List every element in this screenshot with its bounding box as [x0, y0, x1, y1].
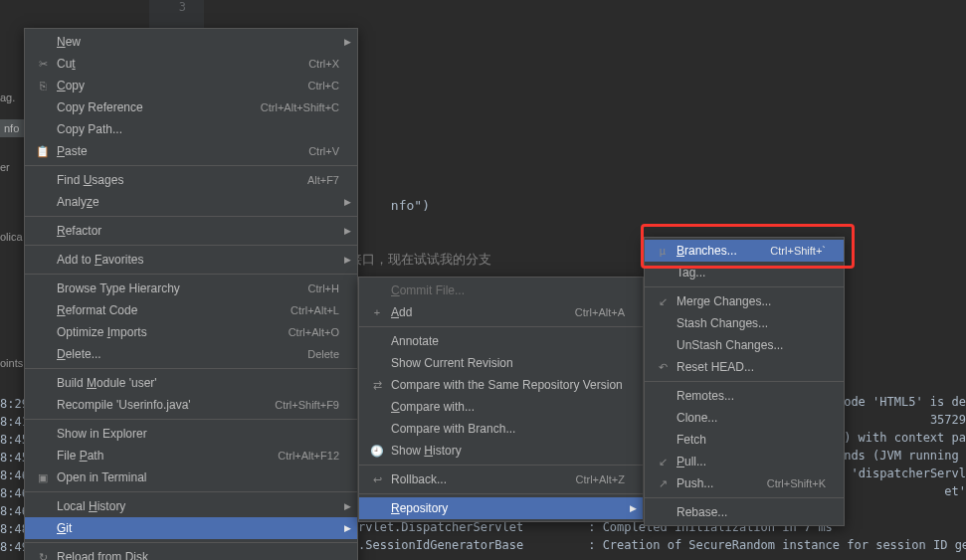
menu-item-remotes[interactable]: Remotes...: [645, 385, 844, 407]
menu-item-shortcut: Ctrl+Alt+O: [289, 326, 339, 338]
menu-item-label: Rebase...: [676, 505, 826, 519]
menu-item-delete[interactable]: Delete...Delete: [25, 343, 357, 365]
menu-item-analyze[interactable]: Analyze▶: [25, 191, 357, 213]
menu-item-copy[interactable]: ⎘CopyCtrl+C: [25, 75, 357, 96]
menu-item-annotate[interactable]: Annotate: [359, 330, 643, 352]
menu-item-optimize-imports[interactable]: Optimize ImportsCtrl+Alt+O: [25, 321, 357, 343]
menu-separator: [25, 216, 357, 217]
menu-item-pull[interactable]: ↙Pull...: [645, 451, 844, 472]
copy-icon: ⎘: [33, 80, 53, 92]
menu-item-shortcut: Ctrl+Shift+K: [767, 477, 826, 489]
menu-item-paste[interactable]: 📋PasteCtrl+V: [25, 140, 357, 162]
rollback-icon: ↩: [367, 473, 387, 486]
context-menu-main: New▶✂CutCtrl+X⎘CopyCtrl+CCopy ReferenceC…: [24, 28, 358, 560]
menu-item-label: Add to Favorites: [57, 253, 339, 267]
menu-item-label: Reformat Code: [57, 303, 271, 317]
menu-item-local-history[interactable]: Local History▶: [25, 495, 357, 517]
menu-item-rebase[interactable]: Rebase...: [645, 501, 844, 523]
menu-item-find-usages[interactable]: Find UsagesAlt+F7: [25, 169, 357, 191]
menu-item-label: Show Current Revision: [391, 356, 625, 370]
menu-item-label: Cut: [57, 57, 289, 71]
menu-item-shortcut: Ctrl+Alt+A: [575, 306, 625, 318]
menu-separator: [359, 465, 643, 466]
menu-item-open-in-terminal[interactable]: ▣Open in Terminal: [25, 467, 357, 488]
menu-item-commit-file[interactable]: Commit File...: [359, 280, 643, 301]
menu-item-label: Local History: [57, 499, 339, 513]
menu-item-recompile-userinfo-java[interactable]: Recompile 'Userinfo.java'Ctrl+Shift+F9: [25, 394, 357, 416]
menu-separator: [645, 381, 844, 382]
menu-item-reset-head[interactable]: ↶Reset HEAD...: [645, 356, 844, 378]
menu-item-label: Add: [391, 305, 555, 319]
menu-item-shortcut: Ctrl+Shift+F9: [275, 399, 339, 411]
menu-item-tag[interactable]: Tag...: [645, 262, 844, 283]
menu-item-branches[interactable]: µBranches...Ctrl+Shift+`: [645, 240, 844, 262]
menu-item-label: Remotes...: [676, 389, 826, 403]
side-frag: ag.: [0, 92, 15, 103]
cut-icon: ✂: [33, 58, 53, 71]
menu-item-compare-with-branch[interactable]: Compare with Branch...: [359, 418, 643, 440]
menu-item-label: Compare with Branch...: [391, 422, 625, 436]
menu-item-shortcut: Ctrl+V: [308, 145, 339, 157]
menu-item-show-in-explorer[interactable]: Show in Explorer: [25, 423, 357, 445]
menu-separator: [645, 286, 844, 287]
submenu-arrow-icon: ▶: [344, 197, 351, 207]
menu-item-label: Stash Changes...: [676, 316, 826, 330]
menu-item-merge-changes[interactable]: ↙Merge Changes...: [645, 290, 844, 312]
menu-item-compare-with-the-same-repository-version[interactable]: ⇄Compare with the Same Repository Versio…: [359, 374, 643, 396]
menu-item-label: Fetch: [676, 433, 826, 447]
show-history-icon: 🕘: [367, 445, 387, 458]
menu-item-compare-with[interactable]: Compare with...: [359, 396, 643, 418]
menu-separator: [25, 491, 357, 492]
menu-item-unstash-changes[interactable]: UnStash Changes...: [645, 334, 844, 356]
menu-item-label: Push...: [676, 476, 747, 490]
menu-item-label: Rollback...: [391, 472, 555, 486]
menu-item-file-path[interactable]: File PathCtrl+Alt+F12: [25, 445, 357, 467]
menu-item-cut[interactable]: ✂CutCtrl+X: [25, 53, 357, 75]
submenu-arrow-icon: ▶: [344, 255, 351, 265]
menu-item-reload-from-disk[interactable]: ↻Reload from Disk: [25, 546, 357, 560]
menu-item-label: Tag...: [676, 266, 826, 280]
menu-item-clone[interactable]: Clone...: [645, 407, 844, 429]
pull-icon: ↙: [653, 456, 673, 468]
menu-item-label: File Path: [57, 449, 258, 463]
menu-item-show-history[interactable]: 🕘Show History: [359, 440, 643, 462]
menu-item-fetch[interactable]: Fetch: [645, 429, 844, 451]
side-frag: olica: [0, 231, 23, 243]
menu-item-shortcut: Delete: [307, 348, 339, 360]
menu-item-shortcut: Ctrl+Alt+Shift+C: [261, 101, 339, 113]
menu-item-label: Pull...: [676, 455, 826, 468]
menu-item-label: Delete...: [57, 347, 288, 361]
menu-item-add-to-favorites[interactable]: Add to Favorites▶: [25, 249, 357, 271]
menu-item-stash-changes[interactable]: Stash Changes...: [645, 312, 844, 334]
branches-icon: µ: [653, 245, 673, 257]
menu-item-label: Show in Explorer: [57, 427, 339, 441]
menu-item-browse-type-hierarchy[interactable]: Browse Type HierarchyCtrl+H: [25, 278, 357, 299]
add-icon: +: [367, 306, 387, 318]
menu-item-shortcut: Ctrl+Alt+L: [290, 304, 339, 316]
menu-item-shortcut: Ctrl+C: [308, 80, 339, 92]
menu-item-label: Commit File...: [391, 283, 625, 297]
menu-item-label: Clone...: [676, 411, 826, 425]
menu-item-label: Compare with the Same Repository Version: [391, 378, 625, 392]
menu-item-copy-path[interactable]: Copy Path...: [25, 118, 357, 140]
menu-item-label: Copy: [57, 79, 289, 93]
menu-separator: [25, 419, 357, 420]
context-menu-repository: µBranches...Ctrl+Shift+`Tag...↙Merge Cha…: [644, 237, 845, 526]
menu-item-git[interactable]: Git▶: [25, 517, 357, 539]
menu-item-show-current-revision[interactable]: Show Current Revision: [359, 352, 643, 374]
submenu-arrow-icon: ▶: [630, 503, 637, 513]
menu-item-rollback[interactable]: ↩Rollback...Ctrl+Alt+Z: [359, 468, 643, 490]
menu-item-push[interactable]: ↗Push...Ctrl+Shift+K: [645, 472, 844, 494]
menu-separator: [25, 368, 357, 369]
menu-item-label: Reload from Disk: [57, 550, 339, 560]
menu-item-copy-reference[interactable]: Copy ReferenceCtrl+Alt+Shift+C: [25, 96, 357, 118]
menu-item-reformat-code[interactable]: Reformat CodeCtrl+Alt+L: [25, 299, 357, 321]
push-icon: ↗: [653, 477, 673, 490]
compare-with-the-same-repository-version-icon: ⇄: [367, 379, 387, 392]
menu-item-label: Show History: [391, 444, 625, 458]
menu-item-refactor[interactable]: Refactor▶: [25, 220, 357, 242]
menu-item-add[interactable]: +AddCtrl+Alt+A: [359, 301, 643, 323]
menu-item-build-module-user[interactable]: Build Module 'user': [25, 372, 357, 394]
menu-item-new[interactable]: New▶: [25, 31, 357, 53]
menu-item-repository[interactable]: Repository▶: [359, 497, 643, 519]
